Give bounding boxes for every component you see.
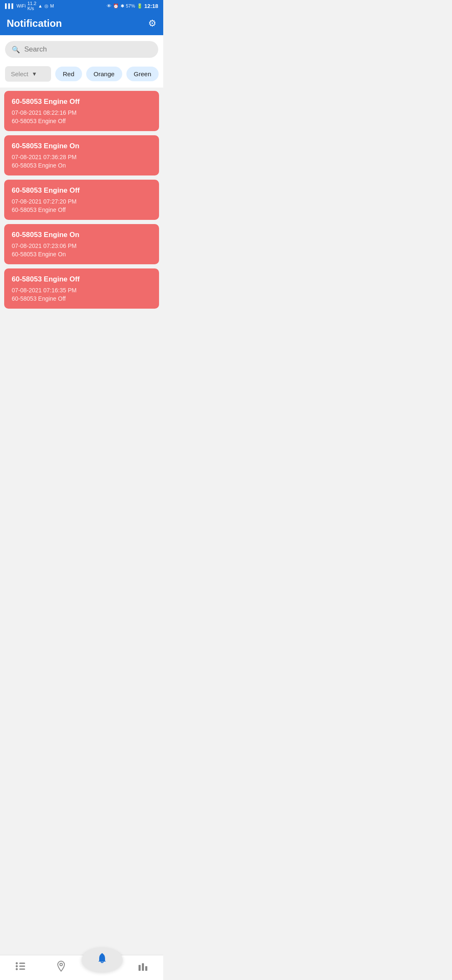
upload-icon: ▲ xyxy=(38,3,43,8)
filter-chip-orange[interactable]: Orange xyxy=(86,67,122,81)
filter-chip-green[interactable]: Green xyxy=(126,67,159,81)
eye-icon: 👁 xyxy=(107,3,111,8)
notif-title: 60-58053 Engine Off xyxy=(12,275,152,284)
notif-timestamp: 07-08-2021 07:16:35 PM xyxy=(12,287,152,294)
search-container: 🔍 xyxy=(0,35,163,62)
notification-card[interactable]: 60-58053 Engine On 07-08-2021 07:36:28 P… xyxy=(4,135,159,175)
notif-timestamp: 07-08-2021 07:23:06 PM xyxy=(12,242,152,249)
filter-chip-red[interactable]: Red xyxy=(55,67,82,81)
notif-timestamp: 07-08-2021 07:27:20 PM xyxy=(12,198,152,205)
notif-timestamp: 07-08-2021 07:36:28 PM xyxy=(12,154,152,160)
notif-body: 60-58053 Engine On xyxy=(12,162,152,169)
page-title: Notification xyxy=(7,18,62,29)
bluetooth-icon: ✱ xyxy=(121,3,124,9)
select-label: Select xyxy=(11,70,28,77)
notif-title: 60-58053 Engine On xyxy=(12,142,152,150)
notifications-list: 60-58053 Engine Off 07-08-2021 08:22:16 … xyxy=(0,88,163,312)
app-header: Notification ⚙ xyxy=(0,12,163,35)
search-input[interactable] xyxy=(24,45,152,54)
settings-icon[interactable]: ⚙ xyxy=(148,18,157,29)
whatsapp-icon: ◎ xyxy=(44,3,49,9)
filter-row: Select ▼ Red Orange Green xyxy=(0,62,163,88)
status-right: 👁 ⏰ ✱ 57% 🔋 12:18 xyxy=(107,3,158,9)
signal-icon: ▌▌▌ xyxy=(5,3,15,8)
notif-body: 60-58053 Engine On xyxy=(12,251,152,258)
notif-timestamp: 07-08-2021 08:22:16 PM xyxy=(12,109,152,116)
alarm-icon: ⏰ xyxy=(113,3,119,9)
chevron-down-icon: ▼ xyxy=(32,71,37,77)
notif-body: 60-58053 Engine Off xyxy=(12,295,152,302)
status-bar: ▌▌▌ WiFi 11.2K/s ▲ ◎ M 👁 ⏰ ✱ 57% 🔋 12:18 xyxy=(0,0,163,12)
status-time: 12:18 xyxy=(144,3,158,9)
status-left: ▌▌▌ WiFi 11.2K/s ▲ ◎ M xyxy=(5,1,54,11)
notif-title: 60-58053 Engine Off xyxy=(12,186,152,195)
notif-body: 60-58053 Engine Off xyxy=(12,206,152,213)
notif-title: 60-58053 Engine On xyxy=(12,231,152,239)
notification-card[interactable]: 60-58053 Engine Off 07-08-2021 08:22:16 … xyxy=(4,91,159,131)
notif-title: 60-58053 Engine Off xyxy=(12,98,152,106)
notif-body: 60-58053 Engine Off xyxy=(12,118,152,124)
speed-indicator: 11.2K/s xyxy=(27,1,36,11)
notification-card[interactable]: 60-58053 Engine Off 07-08-2021 07:27:20 … xyxy=(4,180,159,220)
notification-card[interactable]: 60-58053 Engine Off 07-08-2021 07:16:35 … xyxy=(4,268,159,309)
battery-icon: 🔋 xyxy=(137,3,143,9)
notification-card[interactable]: 60-58053 Engine On 07-08-2021 07:23:06 P… xyxy=(4,224,159,264)
search-icon: 🔍 xyxy=(12,46,20,54)
battery-percent: 57% xyxy=(126,3,135,8)
wifi-icon: WiFi xyxy=(16,3,26,8)
search-box: 🔍 xyxy=(5,41,158,58)
select-dropdown[interactable]: Select ▼ xyxy=(5,66,51,82)
gmail-icon: M xyxy=(50,3,54,8)
